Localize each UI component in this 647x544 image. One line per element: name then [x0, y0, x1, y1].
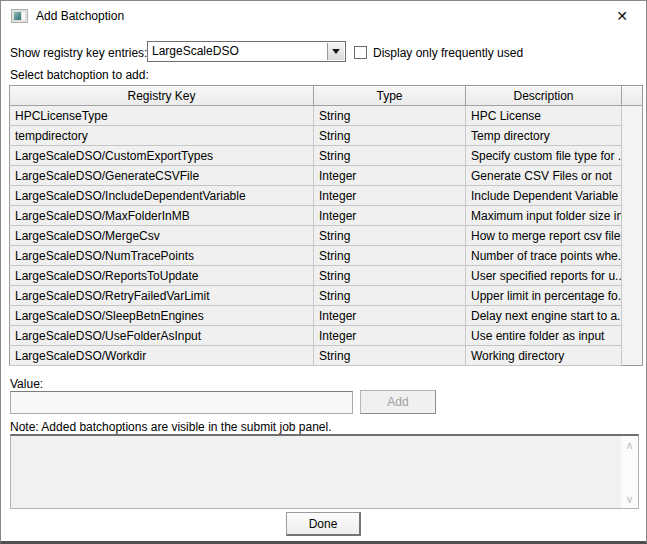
table-row[interactable]: LargeScaleDSO/GenerateCSVFileIntegerGene… — [10, 166, 643, 186]
chevron-down-icon — [332, 49, 340, 54]
table-cell[interactable]: Temp directory — [466, 126, 622, 146]
done-button[interactable]: Done — [286, 512, 361, 536]
table-cell-filler — [622, 266, 643, 286]
table-cell-filler — [622, 226, 643, 246]
vertical-scrollbar[interactable]: ∧ ∨ — [621, 436, 638, 508]
table-cell[interactable]: String — [314, 106, 466, 126]
table-cell-filler — [622, 326, 643, 346]
table-cell-filler — [622, 306, 643, 326]
table-cell[interactable]: LargeScaleDSO/NumTracePoints — [10, 246, 314, 266]
table-cell-filler — [622, 286, 643, 306]
table-cell[interactable]: String — [314, 126, 466, 146]
table-cell[interactable]: Upper limit in percentage fo... — [466, 286, 622, 306]
frequently-used-checkbox-label: Display only frequently used — [373, 46, 523, 60]
table-cell-filler — [622, 146, 643, 166]
table-row[interactable]: LargeScaleDSO/NumTracePointsStringNumber… — [10, 246, 643, 266]
table-row[interactable]: LargeScaleDSO/MergeCsvStringHow to merge… — [10, 226, 643, 246]
table-cell[interactable]: HPC License — [466, 106, 622, 126]
table-header-row: Registry Key Type Description — [10, 86, 643, 106]
table-cell[interactable]: String — [314, 286, 466, 306]
registry-entries-label: Show registry key entries: — [10, 46, 147, 60]
table-cell-filler — [622, 246, 643, 266]
table-cell[interactable]: Delay next engine start to a... — [466, 306, 622, 326]
table-cell[interactable]: LargeScaleDSO/MaxFolderInMB — [10, 206, 314, 226]
column-header-description[interactable]: Description — [466, 86, 622, 106]
table-cell[interactable]: Maximum input folder size in... — [466, 206, 622, 226]
table-cell[interactable]: String — [314, 346, 466, 366]
table-cell[interactable]: LargeScaleDSO/ReportsToUpdate — [10, 266, 314, 286]
table-cell-filler — [622, 186, 643, 206]
app-window-icon — [11, 9, 28, 23]
table-cell[interactable]: How to merge report csv files — [466, 226, 622, 246]
table-cell[interactable]: Use entire folder as input — [466, 326, 622, 346]
table-cell[interactable]: LargeScaleDSO/IncludeDependentVariable — [10, 186, 314, 206]
table-cell-filler — [622, 166, 643, 186]
table-cell[interactable]: Include Dependent Variable ... — [466, 186, 622, 206]
table-cell[interactable]: String — [314, 246, 466, 266]
table-cell[interactable]: Integer — [314, 306, 466, 326]
add-button[interactable]: Add — [360, 390, 436, 414]
table-row[interactable]: tempdirectoryStringTemp directory — [10, 126, 643, 146]
table-cell[interactable]: Generate CSV Files or not — [466, 166, 622, 186]
frequently-used-checkbox[interactable] — [354, 46, 367, 59]
table-cell[interactable]: LargeScaleDSO/MergeCsv — [10, 226, 314, 246]
note-text: Note: Added batchoptions are visible in … — [10, 420, 332, 434]
table-cell-filler — [622, 206, 643, 226]
table-cell[interactable]: String — [314, 226, 466, 246]
table-cell[interactable]: Working directory — [466, 346, 622, 366]
column-header-registry-key[interactable]: Registry Key — [10, 86, 314, 106]
table-cell[interactable]: LargeScaleDSO/GenerateCSVFile — [10, 166, 314, 186]
select-batchoption-label: Select batchoption to add: — [10, 68, 149, 82]
app-icon-light-pane — [22, 12, 25, 20]
column-header-filler — [622, 86, 643, 106]
table-cell[interactable]: Integer — [314, 206, 466, 226]
registry-key-selected-value: LargeScaleDSO — [152, 44, 325, 58]
close-icon[interactable]: ✕ — [611, 5, 633, 27]
column-header-type[interactable]: Type — [314, 86, 466, 106]
table-cell[interactable]: LargeScaleDSO/SleepBetnEngines — [10, 306, 314, 326]
table-cell[interactable]: Number of trace points whe... — [466, 246, 622, 266]
table-row[interactable]: LargeScaleDSO/ReportsToUpdateStringUser … — [10, 266, 643, 286]
table-cell[interactable]: tempdirectory — [10, 126, 314, 146]
table-cell-filler — [622, 126, 643, 146]
table-row[interactable]: LargeScaleDSO/UseFolderAsInputIntegerUse… — [10, 326, 643, 346]
value-label: Value: — [10, 377, 43, 391]
added-batchoptions-panel[interactable]: ∧ ∨ — [10, 434, 639, 509]
table-cell[interactable]: Integer — [314, 186, 466, 206]
table-cell-filler — [622, 106, 643, 126]
table-row[interactable]: LargeScaleDSO/IncludeDependentVariableIn… — [10, 186, 643, 206]
table-row[interactable]: HPCLicenseTypeStringHPC License — [10, 106, 643, 126]
table-cell[interactable]: LargeScaleDSO/RetryFailedVarLimit — [10, 286, 314, 306]
table-cell[interactable]: LargeScaleDSO/UseFolderAsInput — [10, 326, 314, 346]
table-row[interactable]: LargeScaleDSO/WorkdirStringWorking direc… — [10, 346, 643, 366]
table-cell[interactable]: LargeScaleDSO/CustomExportTypes — [10, 146, 314, 166]
table-cell[interactable]: LargeScaleDSO/Workdir — [10, 346, 314, 366]
table-cell[interactable]: User specified reports for u... — [466, 266, 622, 286]
add-batchoption-dialog: Add Batchoption ✕ Show registry key entr… — [0, 0, 647, 544]
scroll-up-icon[interactable]: ∧ — [621, 436, 638, 454]
registry-key-dropdown[interactable]: LargeScaleDSO — [147, 41, 346, 62]
window-title: Add Batchoption — [36, 9, 124, 23]
dropdown-arrow-button[interactable] — [327, 43, 344, 60]
table-cell[interactable]: Integer — [314, 166, 466, 186]
table-cell-filler — [622, 346, 643, 366]
table-cell[interactable]: String — [314, 146, 466, 166]
table-row[interactable]: LargeScaleDSO/CustomExportTypesStringSpe… — [10, 146, 643, 166]
app-icon-teal-pane — [14, 12, 21, 20]
batchoption-table-body: HPCLicenseTypeStringHPC Licensetempdirec… — [10, 106, 643, 366]
table-cell[interactable]: Specify custom file type for ... — [466, 146, 622, 166]
table-row[interactable]: LargeScaleDSO/SleepBetnEnginesIntegerDel… — [10, 306, 643, 326]
table-row[interactable]: LargeScaleDSO/RetryFailedVarLimitStringU… — [10, 286, 643, 306]
batchoption-table: Registry Key Type Description HPCLicense… — [9, 85, 643, 366]
title-bar[interactable]: Add Batchoption ✕ — [1, 1, 646, 31]
table-row[interactable]: LargeScaleDSO/MaxFolderInMBIntegerMaximu… — [10, 206, 643, 226]
scroll-down-icon[interactable]: ∨ — [621, 490, 638, 508]
table-cell[interactable]: HPCLicenseType — [10, 106, 314, 126]
table-cell[interactable]: Integer — [314, 326, 466, 346]
table-cell[interactable]: String — [314, 266, 466, 286]
value-input[interactable] — [10, 391, 353, 414]
